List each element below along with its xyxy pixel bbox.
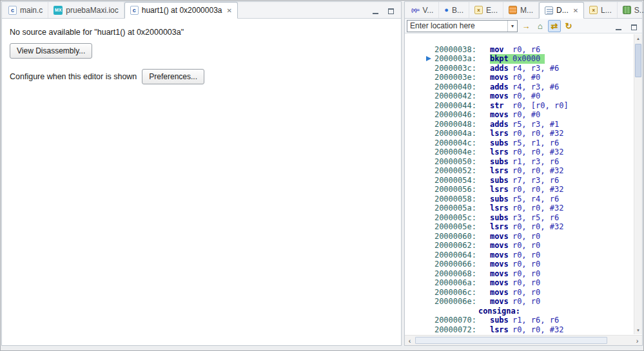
breakpoint-gutter[interactable] bbox=[424, 138, 434, 148]
goto-pc-button[interactable]: → bbox=[520, 20, 532, 32]
instruction-address: 2000006a: bbox=[434, 278, 490, 288]
view-disassembly-button[interactable]: View Disassembly... bbox=[10, 43, 92, 59]
tab-label: huart1() at 0x2000003a bbox=[142, 6, 222, 15]
editor-window-buttons bbox=[370, 5, 401, 18]
mnemonic: lsrs bbox=[490, 204, 512, 213]
breakpoint-gutter[interactable] bbox=[424, 232, 434, 242]
close-icon[interactable]: ✕ bbox=[226, 7, 231, 14]
breakpoint-gutter[interactable] bbox=[424, 185, 434, 194]
tab-huart1-disassembly[interactable]: c huart1() at 0x2000003a ✕ bbox=[124, 2, 238, 19]
breakpoint-gutter[interactable] bbox=[424, 166, 434, 176]
mnemonic: mov bbox=[490, 45, 512, 55]
breakpoint-gutter[interactable] bbox=[424, 297, 434, 307]
instruction: subsr7, r3, r6 bbox=[490, 176, 559, 185]
breakpoint-gutter[interactable] bbox=[424, 73, 434, 82]
operands: r0, r0, #32 bbox=[512, 129, 563, 138]
instruction-address: 20000044: bbox=[434, 101, 490, 111]
location-combo[interactable]: ▾ bbox=[407, 20, 518, 32]
scroll-right-arrow[interactable]: › bbox=[632, 336, 642, 345]
mnemonic: lsrs bbox=[490, 129, 512, 138]
breakpoint-gutter[interactable] bbox=[424, 110, 434, 120]
sync-pc-button[interactable]: ⇄ bbox=[548, 20, 561, 32]
disassembly-line[interactable]: 20000038:movr0, r6 bbox=[405, 35, 633, 45]
maximize-icon bbox=[631, 24, 637, 30]
tab-label: L... bbox=[601, 6, 612, 15]
horizontal-scrollbar[interactable]: ‹ › bbox=[405, 335, 642, 345]
operands: r1, r3, r6 bbox=[512, 157, 559, 166]
breakpoint-gutter[interactable] bbox=[424, 316, 434, 325]
operands: r0, [r0, r0] bbox=[512, 101, 569, 110]
tab-pruebamaxi-ioc[interactable]: MX pruebaMaxi.ioc bbox=[48, 2, 124, 18]
instruction: movsr0, r0 bbox=[490, 278, 540, 288]
tab-breakpoints[interactable]: ● B... bbox=[439, 2, 469, 18]
breakpoint-gutter[interactable] bbox=[424, 64, 434, 73]
tab-memory[interactable]: M... bbox=[503, 2, 539, 18]
breakpoint-gutter[interactable] bbox=[424, 241, 434, 251]
breakpoint-gutter[interactable] bbox=[424, 82, 434, 92]
operands: 0x0000 bbox=[512, 54, 540, 63]
tab-disassembly[interactable]: D... ✕ bbox=[539, 2, 584, 19]
breakpoint-gutter[interactable] bbox=[424, 54, 434, 64]
breakpoint-gutter[interactable] bbox=[424, 260, 434, 269]
preferences-button[interactable]: Preferences... bbox=[142, 69, 204, 84]
breakpoint-gutter[interactable] bbox=[424, 325, 434, 335]
operands: r0, r6 bbox=[512, 45, 540, 54]
mnemonic: movs bbox=[490, 297, 512, 307]
instruction: movr0, r6 bbox=[490, 45, 540, 55]
breakpoint-gutter[interactable] bbox=[424, 120, 434, 129]
instruction-address: 2000005e: bbox=[434, 222, 490, 232]
tab-live-expressions[interactable]: x L... bbox=[584, 2, 618, 18]
vertical-scrollbar[interactable]: ▲ ▼ bbox=[634, 34, 642, 334]
instruction-address: 20000046: bbox=[434, 110, 490, 120]
tab-expressions[interactable]: x E... bbox=[469, 2, 503, 18]
breakpoint-gutter[interactable] bbox=[424, 222, 434, 232]
scroll-left-arrow[interactable]: ‹ bbox=[405, 336, 415, 345]
breakpoint-gutter[interactable] bbox=[424, 45, 434, 55]
location-input[interactable] bbox=[407, 21, 507, 30]
tab-main-c[interactable]: c main.c bbox=[3, 2, 48, 18]
operands: r1, r6, r6 bbox=[512, 316, 559, 325]
breakpoint-gutter[interactable] bbox=[424, 213, 434, 223]
vertical-scrollbar-thumb[interactable] bbox=[635, 44, 641, 77]
minimize-button[interactable] bbox=[370, 5, 380, 14]
scroll-down-arrow[interactable]: ▼ bbox=[634, 326, 642, 334]
operands: r5, r3, #1 bbox=[512, 120, 559, 129]
horizontal-scrollbar-thumb[interactable] bbox=[415, 337, 607, 344]
breakpoint-gutter[interactable] bbox=[424, 176, 434, 185]
mnemonic: movs bbox=[490, 288, 512, 298]
tab-label: pruebaMaxi.ioc bbox=[66, 6, 118, 15]
memory-icon bbox=[509, 6, 517, 14]
operands: r5, r4, r6 bbox=[512, 194, 559, 204]
instruction: lsrsr0, r0, #32 bbox=[490, 129, 563, 138]
no-source-editor: No source available for "huart1() at 0x2… bbox=[2, 28, 401, 84]
breakpoint-gutter[interactable] bbox=[424, 251, 434, 260]
chevron-down-icon[interactable]: ▾ bbox=[507, 21, 517, 32]
breakpoint-gutter[interactable] bbox=[424, 147, 434, 157]
maximize-button[interactable] bbox=[385, 5, 396, 14]
breakpoint-gutter[interactable] bbox=[424, 101, 434, 111]
mnemonic: subs bbox=[490, 157, 512, 167]
breakpoint-gutter[interactable] bbox=[424, 91, 434, 101]
close-icon[interactable]: ✕ bbox=[573, 7, 578, 14]
operands: r0, #0 bbox=[512, 91, 540, 100]
minimize-view-button[interactable] bbox=[613, 21, 623, 30]
breakpoint-gutter[interactable] bbox=[424, 278, 434, 288]
maximize-view-button[interactable] bbox=[629, 21, 639, 30]
breakpoint-gutter[interactable] bbox=[424, 204, 434, 213]
mnemonic: subs bbox=[490, 213, 512, 223]
breakpoint-gutter[interactable] bbox=[424, 129, 434, 138]
instruction-address: 20000038: bbox=[434, 45, 490, 55]
track-pc-button[interactable]: ↻ bbox=[562, 20, 575, 32]
breakpoint-gutter[interactable] bbox=[424, 194, 434, 204]
tab-sfrs[interactable]: S... bbox=[618, 2, 644, 18]
instruction-address: 2000003c: bbox=[434, 64, 490, 73]
live-expressions-icon: x bbox=[589, 6, 598, 14]
scroll-up-arrow[interactable]: ▲ bbox=[634, 34, 642, 43]
minimize-icon bbox=[373, 10, 378, 14]
instruction-address: 20000068: bbox=[434, 269, 490, 279]
home-button[interactable]: ⌂ bbox=[534, 20, 547, 32]
breakpoint-gutter[interactable] bbox=[424, 288, 434, 298]
breakpoint-gutter[interactable] bbox=[424, 269, 434, 279]
tab-variables[interactable]: (x)= V... bbox=[406, 2, 439, 18]
breakpoint-gutter[interactable] bbox=[424, 157, 434, 167]
